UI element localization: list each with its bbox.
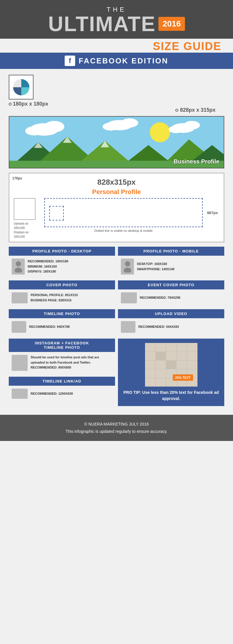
annotation-180: 180px x 180px bbox=[13, 101, 48, 107]
dotted-cover-area: Dotted line is visible on desktop & mobi… bbox=[44, 198, 203, 232]
ig-fb-header: INSTAGRAM + FACEBOOKTIMELINE PHOTO bbox=[9, 339, 115, 352]
dotted-cover-box bbox=[44, 198, 203, 227]
personal-uploads-info: Uploads as180x180 Displays as160x160 bbox=[14, 221, 40, 239]
upload-video-text: RECOMMENDED: 504X283 bbox=[138, 324, 179, 330]
timeline-video-grid: TIMELINE PHOTO RECOMMENDED: 940X788 UPLO… bbox=[9, 309, 224, 336]
svg-point-5 bbox=[25, 126, 43, 135]
timeline-link-icon bbox=[12, 389, 28, 399]
timeline-link-text: RECOMMENDED: 1200X630 bbox=[31, 391, 73, 396]
svg-point-23 bbox=[15, 268, 22, 273]
profile-photos-grid: PROFILE PHOTO - DESKTOP RECOMMENDED: 180… bbox=[9, 247, 224, 277]
profile-mobile-header: PROFILE PHOTO - MOBILE bbox=[118, 247, 224, 256]
pro-tip-image: 20% TEXT bbox=[145, 343, 197, 387]
footer-note: This infographic is updated regularly to… bbox=[6, 428, 227, 435]
svg-point-8 bbox=[103, 123, 119, 131]
header-section: THE ULTIMATE 2016 bbox=[0, 0, 233, 39]
timeline-link-header: TIMELINE LINK/AD bbox=[9, 377, 115, 386]
svg-point-25 bbox=[124, 268, 131, 273]
personal-upload-box bbox=[14, 198, 36, 220]
profile-pie-chart bbox=[13, 79, 30, 96]
ig-fb-card: INSTAGRAM + FACEBOOKTIMELINE PHOTO Shoul… bbox=[9, 339, 115, 374]
pro-tip-text: PRO TIP: Use less than 20% text for Face… bbox=[122, 389, 220, 402]
px667-label: 667px bbox=[207, 211, 218, 215]
annotation-828: 828px x 315px bbox=[180, 107, 216, 113]
svg-point-22 bbox=[16, 261, 21, 266]
ig-protip-grid: INSTAGRAM + FACEBOOKTIMELINE PHOTO Shoul… bbox=[9, 339, 224, 406]
px176-label: 176px bbox=[12, 176, 22, 180]
personal-section: 176px 828x315px Personal Profile Uploads… bbox=[9, 173, 224, 242]
profile-box bbox=[9, 75, 33, 99]
cover-photo-icon bbox=[12, 292, 28, 303]
upload-video-card: UPLOAD VIDEO RECOMMENDED: 504X283 bbox=[118, 309, 224, 336]
person-silhouette-mobile bbox=[123, 261, 132, 273]
size-guide-row: SIZE GUIDE bbox=[0, 39, 233, 53]
profile-desktop-text: RECOMMENDED: 180X180 MINIMUM: 160X160 DI… bbox=[28, 259, 68, 274]
dot-circle-cover bbox=[175, 109, 178, 112]
timeline-photo-body: RECOMMENDED: 940X788 bbox=[9, 318, 115, 336]
profile-desktop-body: RECOMMENDED: 180X180 MINIMUM: 160X160 DI… bbox=[9, 256, 115, 277]
cover-photo-header: COVER PHOTO bbox=[9, 280, 115, 289]
upload-video-body: RECOMMENDED: 504X283 bbox=[118, 318, 224, 336]
svg-point-2 bbox=[150, 122, 170, 142]
dot-circle-profile bbox=[9, 103, 12, 106]
svg-rect-36 bbox=[166, 361, 176, 369]
displays-as-label: Displays as160x160 bbox=[14, 230, 40, 239]
event-cover-body: RECOMMENDED: 784X295 bbox=[118, 289, 224, 306]
svg-point-24 bbox=[125, 261, 130, 266]
event-cover-text: RECOMMENDED: 784X295 bbox=[140, 295, 180, 300]
profile-desktop-card: PROFILE PHOTO - DESKTOP RECOMMENDED: 180… bbox=[9, 247, 115, 277]
size-guide-text: SIZE GUIDE bbox=[153, 40, 221, 52]
person-silhouette bbox=[14, 261, 23, 273]
ig-fb-body: Should be used for timeline post ads tha… bbox=[9, 352, 115, 374]
footer-copyright: © NUERA MARKETING JULY 2016 bbox=[6, 421, 227, 428]
facebook-icon: f bbox=[65, 56, 75, 66]
timeline-link-body: RECOMMENDED: 1200X630 bbox=[9, 386, 115, 402]
header-ultimate: ULTIMATE bbox=[48, 13, 156, 34]
upload-video-header: UPLOAD VIDEO bbox=[118, 309, 224, 318]
svg-point-11 bbox=[169, 126, 183, 133]
profile-mobile-text: DESKTOP: 160X160 SMARTPHONE: 140X140 bbox=[137, 261, 174, 272]
uploads-as-label: Uploads as180x180 bbox=[14, 221, 40, 230]
left-bottom-col: INSTAGRAM + FACEBOOKTIMELINE PHOTO Shoul… bbox=[9, 339, 115, 402]
upload-video-icon bbox=[121, 321, 135, 333]
event-cover-header: EVENT COVER PHOTO bbox=[118, 280, 224, 289]
timeline-photo-icon bbox=[12, 321, 26, 333]
timeline-photo-header: TIMELINE PHOTO bbox=[9, 309, 115, 318]
cover-photo-body: PERSONAL PROFILE: 851X315 BUSINESS PAGE:… bbox=[9, 289, 115, 306]
timeline-photo-card: TIMELINE PHOTO RECOMMENDED: 940X788 bbox=[9, 309, 115, 336]
cover-photo-card: COVER PHOTO PERSONAL PROFILE: 851X315 BU… bbox=[9, 280, 115, 306]
personal-profile-label: Personal Profile bbox=[14, 188, 219, 196]
profile-mobile-card: PROFILE PHOTO - MOBILE DESKTOP: 160X160 … bbox=[118, 247, 224, 277]
ig-fb-icon bbox=[12, 355, 28, 371]
pro-tip-badge: 20% TEXT bbox=[173, 374, 193, 381]
facebook-edition-banner: f FACEBOOK EDITION bbox=[0, 53, 233, 69]
profile-desktop-icon bbox=[12, 259, 25, 275]
profile-desktop-header: PROFILE PHOTO - DESKTOP bbox=[9, 247, 115, 256]
dotted-note: Dotted line is visible on desktop & mobi… bbox=[44, 229, 203, 232]
cover-business-profile-label: Business Profile bbox=[174, 158, 219, 165]
profile-mobile-body: DESKTOP: 160X160 SMARTPHONE: 140X140 bbox=[118, 256, 224, 277]
timeline-photo-text: RECOMMENDED: 940X788 bbox=[29, 324, 70, 330]
svg-point-4 bbox=[44, 121, 64, 132]
dotted-profile-small bbox=[49, 206, 64, 220]
ig-fb-text: Should be used for timeline post ads tha… bbox=[31, 355, 112, 370]
event-cover-icon bbox=[121, 292, 137, 303]
personal-big-label: 828x315px bbox=[14, 178, 219, 187]
svg-point-7 bbox=[121, 118, 138, 127]
header-year: 2016 bbox=[158, 17, 185, 31]
px667-area: 667px bbox=[207, 198, 219, 227]
profile-mobile-icon bbox=[121, 259, 134, 275]
pro-tip-section: 20% TEXT PRO TIP: Use less than 20% text… bbox=[118, 339, 224, 406]
cover-photo-text: PERSONAL PROFILE: 851X315 BUSINESS PAGE:… bbox=[31, 293, 78, 303]
svg-rect-35 bbox=[156, 352, 166, 360]
event-cover-card: EVENT COVER PHOTO RECOMMENDED: 784X295 bbox=[118, 280, 224, 306]
footer: © NUERA MARKETING JULY 2016 This infogra… bbox=[0, 415, 233, 441]
cover-photos-grid: COVER PHOTO PERSONAL PROFILE: 851X315 BU… bbox=[9, 280, 224, 306]
timeline-link-card: TIMELINE LINK/AD RECOMMENDED: 1200X630 bbox=[9, 377, 115, 402]
facebook-edition-label: FACEBOOK EDITION bbox=[79, 56, 168, 65]
cover-illustration: Business Profile bbox=[9, 116, 224, 168]
svg-point-10 bbox=[184, 121, 200, 129]
main-content: 180px x 180px 828px x 315px bbox=[0, 69, 233, 415]
annotation-wrapper: 180px x 180px 828px x 315px bbox=[9, 75, 224, 168]
